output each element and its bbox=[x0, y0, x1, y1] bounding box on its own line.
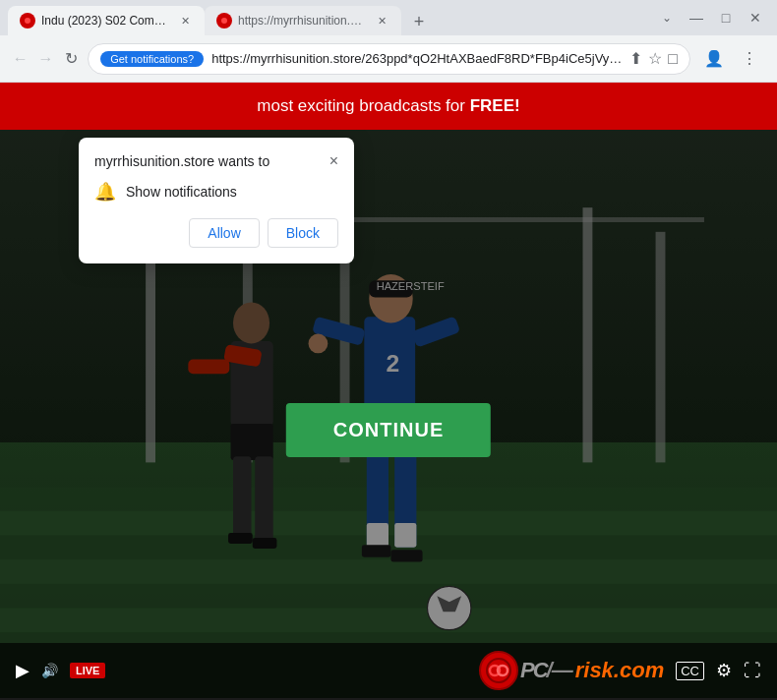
tab-1-close[interactable]: ✕ bbox=[177, 13, 193, 29]
minimize-button[interactable]: — bbox=[683, 4, 710, 31]
popup-notification-item: 🔔 Show notifications bbox=[94, 181, 338, 203]
notification-pill[interactable]: Get notifications? bbox=[100, 51, 204, 67]
window-controls: ⌄ — □ ✕ bbox=[653, 4, 769, 31]
toolbar-icons: 👤 ⋮ bbox=[698, 43, 765, 75]
url-text: https://myrrhisunition.store/263ppd*qO2H… bbox=[211, 51, 622, 66]
live-badge: LIVE bbox=[70, 663, 105, 678]
pcrisk-watermark: PC / — risk.com bbox=[479, 651, 664, 690]
banner-text: most exciting broadcasts for bbox=[257, 96, 469, 115]
extensions-icon[interactable]: □ bbox=[668, 50, 678, 68]
share-icon[interactable]: ⬆ bbox=[629, 49, 642, 68]
forward-button[interactable]: → bbox=[37, 43, 55, 75]
pc-logo-circle bbox=[479, 651, 518, 690]
video-controls-bar: ▶ 🔊 LIVE PC / — bbox=[0, 643, 777, 698]
fullscreen-button[interactable]: ⛶ bbox=[744, 661, 761, 681]
tab-1-label: Indu (2023) S02 Complete Beng… bbox=[41, 14, 171, 28]
reload-button[interactable]: ↻ bbox=[62, 43, 80, 75]
popup-title: myrrhisunition.store wants to bbox=[94, 153, 269, 169]
banner-highlight: FREE! bbox=[470, 96, 520, 115]
back-button[interactable]: ← bbox=[12, 43, 30, 75]
volume-button[interactable]: 🔊 bbox=[41, 663, 58, 678]
popup-buttons: Allow Block bbox=[94, 218, 338, 248]
tab-1[interactable]: Indu (2023) S02 Complete Beng… ✕ bbox=[8, 6, 205, 35]
allow-button[interactable]: Allow bbox=[189, 218, 259, 248]
popup-header: myrrhisunition.store wants to × bbox=[94, 153, 338, 169]
maximize-button[interactable]: □ bbox=[712, 4, 740, 31]
promo-banner: most exciting broadcasts for FREE! bbox=[0, 83, 777, 130]
risk-text: risk.com bbox=[575, 658, 665, 683]
url-bar[interactable]: Get notifications? https://myrrhisunitio… bbox=[88, 43, 690, 75]
right-controls: CC ⚙ ⛶ bbox=[676, 660, 761, 681]
tab-favicon-1 bbox=[20, 13, 35, 29]
block-button[interactable]: Block bbox=[268, 218, 338, 248]
settings-button[interactable]: ⚙ bbox=[716, 660, 732, 681]
new-tab-button[interactable]: + bbox=[405, 8, 433, 35]
tab-2-close[interactable]: ✕ bbox=[374, 13, 389, 29]
continue-button[interactable]: CONTINUE bbox=[286, 403, 491, 457]
play-button[interactable]: ▶ bbox=[16, 660, 30, 681]
close-button[interactable]: ✕ bbox=[742, 4, 769, 31]
cc-button[interactable]: CC bbox=[676, 662, 704, 680]
url-action-icons: ⬆ ☆ □ bbox=[629, 49, 678, 68]
divider-line: — bbox=[552, 658, 573, 683]
address-bar: ← → ↻ Get notifications? https://myrrhis… bbox=[0, 35, 777, 83]
profile-icon[interactable]: 👤 bbox=[698, 43, 730, 75]
page-content: most exciting broadcasts for FREE! bbox=[0, 83, 777, 700]
tab-bar: Indu (2023) S02 Complete Beng… ✕ https:/… bbox=[8, 0, 649, 35]
menu-icon[interactable]: ⋮ bbox=[734, 43, 765, 75]
bookmark-icon[interactable]: ☆ bbox=[648, 49, 662, 68]
pc-text: PC bbox=[520, 658, 547, 683]
collapse-icon: ⌄ bbox=[653, 4, 681, 31]
popup-close-button[interactable]: × bbox=[329, 153, 338, 169]
title-bar: Indu (2023) S02 Complete Beng… ✕ https:/… bbox=[0, 0, 777, 35]
popup-item-label: Show notifications bbox=[126, 184, 237, 200]
bell-icon: 🔔 bbox=[94, 181, 116, 203]
tab-2-label: https://myrrhisunition.store/263p… bbox=[238, 14, 368, 28]
notification-popup: myrrhisunition.store wants to × 🔔 Show n… bbox=[79, 138, 354, 263]
tab-favicon-2 bbox=[216, 13, 232, 29]
browser-window: Indu (2023) S02 Complete Beng… ✕ https:/… bbox=[0, 0, 777, 700]
tab-2[interactable]: https://myrrhisunition.store/263p… ✕ bbox=[205, 6, 401, 35]
video-container: 2 HAZERSTEIF bbox=[0, 130, 777, 698]
